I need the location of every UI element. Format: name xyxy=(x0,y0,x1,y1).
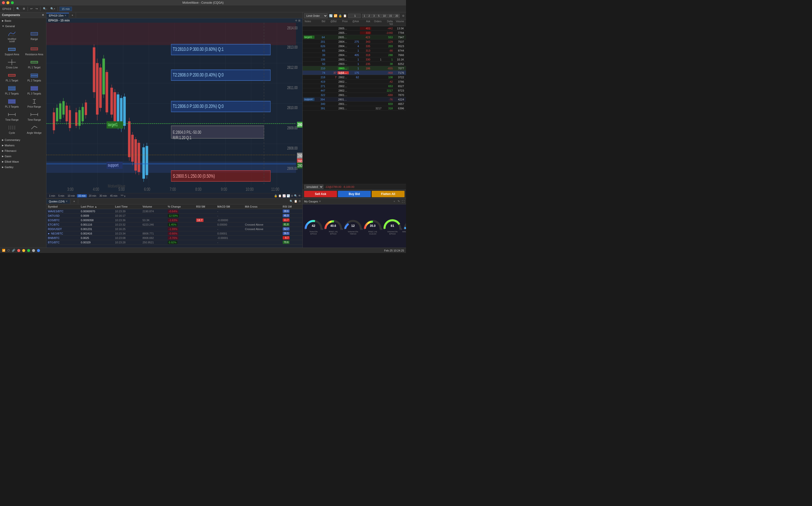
quotes-row[interactable]: ETC/BTC 0.001116 10:23:32 6223.246 1.45%… xyxy=(46,223,302,227)
component-pl1-target-blue[interactable]: PL 1 Target xyxy=(23,58,45,70)
qty-1[interactable]: 1 xyxy=(362,14,367,18)
symbol-selector[interactable]: EPH19 xyxy=(1,7,12,11)
ob-row[interactable]: 322 2801.75 -688 7870 xyxy=(303,93,406,97)
ob-row[interactable]: 39 2804.00 405 318 288 7666 xyxy=(303,53,406,57)
gauges-close[interactable]: ✕ xyxy=(319,200,321,203)
qty-3[interactable]: 3 xyxy=(372,14,376,18)
ob-row[interactable]: 340 2801.25 659 4657 xyxy=(303,102,406,106)
quotes-row[interactable]: WAVES/BTC 0.00069970 10:23:39 2190.874 -… xyxy=(46,209,302,214)
ob-row[interactable]: 210 2803.25 1 186 -655 7077 xyxy=(303,66,406,71)
ob-row[interactable]: 271 2802.25 653 6527 xyxy=(303,84,406,88)
col-macross[interactable]: MA Cross xyxy=(243,204,281,209)
timeframe-selector[interactable]: 15 min xyxy=(60,7,72,11)
zoom-in-btn[interactable]: 🔍+ xyxy=(49,7,56,11)
search-btn[interactable]: 🔍 xyxy=(15,7,21,11)
chart-tab-add[interactable]: ＋ xyxy=(69,13,76,18)
tf-1min[interactable]: 1 min xyxy=(48,194,56,197)
ob-row[interactable]: 626 2804.50 4 335 203 9523 xyxy=(303,44,406,49)
ob-row[interactable]: target1 64 2805.00 423 553 7947 xyxy=(303,35,406,39)
component-range[interactable]: Range xyxy=(23,29,45,44)
section-fibonacci-header[interactable]: ▶ Fibonacci xyxy=(0,149,46,153)
ob-row[interactable]: 391 2801.00 3217 318 6396 xyxy=(303,106,406,110)
chart-tab-eph19[interactable]: EPH19 15m ✕ xyxy=(46,13,69,18)
component-pl3-targets-2[interactable]: PL 3 Targets xyxy=(1,97,23,109)
ob-icon-4[interactable]: 📋 xyxy=(343,14,347,17)
section-commentary-header[interactable]: ▶ Commentary xyxy=(0,138,46,142)
section-basic-header[interactable]: ▶ Basic xyxy=(0,18,46,23)
gauges-maximize[interactable]: ⛶ xyxy=(402,200,405,203)
component-angle-wedge[interactable]: Angle Wedge xyxy=(23,123,45,136)
ob-icon-3[interactable]: 🔒 xyxy=(338,14,342,17)
section-gartley-header[interactable]: ▶ Gartley xyxy=(0,165,46,169)
sell-ask-button[interactable]: Sell Ask xyxy=(304,191,337,197)
quotes-table[interactable]: Symbol Last Price ▲ Last Time Volume % C… xyxy=(46,204,302,248)
col-rsi1m[interactable]: RSI 1M xyxy=(281,204,302,209)
section-general-header[interactable]: ▼ General xyxy=(0,24,46,28)
component-time-range-1[interactable]: Time Range xyxy=(1,110,23,123)
qty-2[interactable]: 2 xyxy=(367,14,372,18)
ob-row[interactable]: 65 2804.25 1 313 -90 8744 xyxy=(303,49,406,53)
chart-tool-zoom[interactable]: ⊞ xyxy=(298,19,300,22)
chart-tools-row[interactable]: 🔒 📋 📈 📉 ⚙ 🔍 👁 xyxy=(274,194,301,197)
section-markers-header[interactable]: ▶ Markers xyxy=(0,143,46,148)
ob-row[interactable]: 419 2802.50 -42 3786 xyxy=(303,79,406,84)
ob-icon-2[interactable]: 🔁 xyxy=(334,14,337,17)
component-modified-schiff[interactable]: ModifiedSchiff xyxy=(1,29,23,44)
sidebar-close[interactable]: ✕ xyxy=(42,13,44,17)
gauges-edit[interactable]: ✎ xyxy=(398,200,400,203)
chart-tool-crosshair[interactable]: ✛ xyxy=(295,19,297,22)
ob-row[interactable]: 2805.25 333 -1440 7794 xyxy=(303,30,406,35)
qty-10[interactable]: 10 xyxy=(382,14,387,18)
ob-row[interactable]: 74 37 1@2803.00 175 -968 7176 xyxy=(303,71,406,75)
ob-row[interactable]: support 394 2801.50 -76 4224 xyxy=(303,97,406,102)
zoom-out-btn[interactable]: 🔍- xyxy=(42,7,48,11)
ob-row[interactable]: 447 2802.00 2217 9723 xyxy=(303,88,406,93)
chart-canvas[interactable]: T3:2810.0 P:300.00 (0.60%) Q:1 T2:2808.0… xyxy=(46,23,302,193)
quotes-row[interactable]: BTG/BTC 0.00329 10:23:28 250.9521 0.92% … xyxy=(46,240,302,245)
quantity-input[interactable] xyxy=(348,14,361,18)
maximize-button[interactable] xyxy=(11,1,14,4)
ob-row[interactable]: 50 2803.50 1 235 38 8252 xyxy=(303,62,406,66)
col-macd5m[interactable]: MACD 5M xyxy=(216,204,243,209)
component-pl2-targets-1[interactable]: PL 2 Targets xyxy=(23,71,45,83)
ob-row[interactable]: 218 7 2802.75 62 108 3722 xyxy=(303,75,406,79)
quotes-tab[interactable]: Quotes (124) ✕ xyxy=(46,199,70,203)
col-volume[interactable]: Volume xyxy=(141,204,166,209)
ob-row[interactable]: 201 2804.75 275 343 -129 7537 xyxy=(303,39,406,44)
qty-5[interactable]: 5 xyxy=(377,14,381,18)
tf-more[interactable]: >> 8 xyxy=(119,194,126,198)
undo-btn[interactable]: ↩ xyxy=(29,7,33,11)
ob-row[interactable]: 2805.50 401 -442 13.5K xyxy=(303,26,406,30)
col-rsi5m[interactable]: RSI 5M xyxy=(195,204,216,209)
close-button[interactable] xyxy=(2,1,5,4)
component-support-area[interactable]: Support Area xyxy=(1,45,23,57)
component-pl1-target-red[interactable]: PL 1 Target xyxy=(1,71,23,83)
gauges-add[interactable]: ＋ xyxy=(393,199,396,203)
component-resistance-area[interactable]: Resistance Area xyxy=(23,45,45,57)
component-price-range[interactable]: Price Range xyxy=(23,97,45,109)
ob-icon-1[interactable]: 🔄 xyxy=(329,14,333,17)
chart-tab-eph19-close[interactable]: ✕ xyxy=(64,14,66,17)
col-symbol[interactable]: Symbol xyxy=(46,204,79,209)
component-time-range-2[interactable]: Time Range xyxy=(23,110,45,123)
quotes-tool-filter[interactable]: ⚙ xyxy=(298,200,301,203)
component-cross-line[interactable]: Cross Line xyxy=(1,58,23,70)
col-lastprice[interactable]: Last Price ▲ xyxy=(79,204,113,209)
quotes-tool-2[interactable]: 📋 xyxy=(294,200,297,203)
ob-row[interactable]: 106 2803.75 1 330 1 1 10.1K xyxy=(303,57,406,62)
tf-15min[interactable]: 15 min xyxy=(77,194,87,197)
section-elliott-header[interactable]: ▶ Elliott Wave xyxy=(0,159,46,164)
minimize-button[interactable] xyxy=(6,1,9,4)
flatten-all-button[interactable]: Flatten All xyxy=(372,191,405,197)
add-tab[interactable]: ＋ xyxy=(70,199,78,204)
buy-bid-button[interactable]: Buy Bid xyxy=(338,191,371,197)
section-gann-header[interactable]: ▶ Gann xyxy=(0,154,46,159)
component-pl3-targets-1[interactable]: PL 3 Targets xyxy=(23,84,45,96)
qty-20[interactable]: 20 xyxy=(394,14,400,18)
quotes-row[interactable]: ● NEO/BTC 0.002416 10:23:34 8808.771 -0.… xyxy=(46,231,302,236)
quotes-row[interactable]: BNB/BTC 0.0025 10:23:08 8908.692 -3.76% … xyxy=(46,236,302,240)
component-pl2-targets-2[interactable]: PL 2 Targets xyxy=(1,84,23,96)
quotes-tool-1[interactable]: 🔍 xyxy=(290,200,293,203)
redo-btn[interactable]: ↪ xyxy=(34,7,39,11)
ob-settings[interactable]: ⚙ xyxy=(402,14,405,17)
